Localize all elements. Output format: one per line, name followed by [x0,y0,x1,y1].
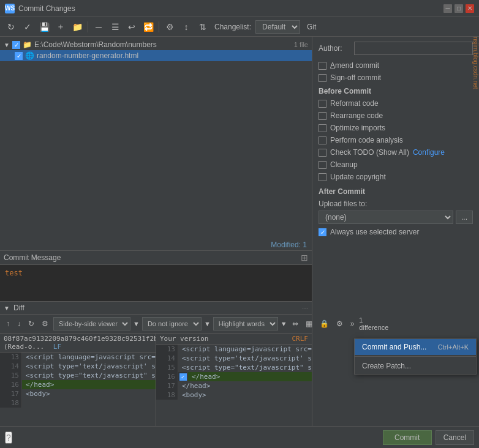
upload-label: Upload files to: [319,200,473,208]
maximize-button[interactable]: □ [454,4,463,13]
toolbar-btn-sort[interactable]: ↕ [179,20,194,34]
tree-root-label: E:\Code\Webstorm\Random\numbers [34,40,157,49]
toolbar-btn-undo[interactable]: ↩ [124,20,139,34]
toolbar-btn-filter[interactable]: ⇅ [195,20,210,34]
diff-left-encoding: LF [53,343,61,351]
minimize-button[interactable]: ─ [443,4,452,13]
close-button[interactable]: ✕ [466,4,474,13]
diff-right-line-14: 14 <script type='text/javascript' src=..… [156,354,312,363]
optimize-imports-checkbox[interactable] [319,124,326,132]
diff-settings-btn[interactable]: ⚙ [39,318,51,329]
signoff-commit-checkbox[interactable] [319,74,326,82]
context-menu-commit-push[interactable]: Commit and Push... Ctrl+Alt+K [355,339,476,355]
amend-commit-label[interactable]: Amend commit [330,61,379,70]
right-panel: Author: Amend commit Sign-off commit Bef… [312,37,479,448]
reformat-code-label[interactable]: Reformat code [330,99,379,108]
rearrange-code-checkbox[interactable] [319,112,326,120]
amend-commit-checkbox[interactable] [319,62,326,70]
tree-checkbox-file[interactable]: ✓ [15,52,23,60]
cancel-button[interactable]: Cancel [436,430,474,445]
reformat-code-row: Reformat code [319,99,473,108]
commit-message-input[interactable]: test [0,264,312,301]
diff-viewer-dropdown[interactable]: Side-by-side viewer [53,317,130,330]
rearrange-code-label[interactable]: Rearrange code [330,111,383,120]
commit-message-label: Commit Message [4,253,61,262]
check-todo-label[interactable]: Check TODO (Show All) [330,148,409,157]
tree-checkbox-root[interactable]: ✓ [12,41,20,49]
diff-highlight-dropdown[interactable]: Highlight words [213,317,278,330]
amend-commit-row: Amend commit [319,61,473,70]
context-menu-commit-push-shortcut: Ctrl+Alt+K [438,343,469,351]
tree-arrow-root: ▼ [4,42,10,48]
always-use-server-checkbox[interactable]: ✓ [319,228,326,236]
signoff-commit-label[interactable]: Sign-off commit [330,73,381,82]
diff-right-line-15: 15 <script type="text/javascript" src=..… [156,363,312,372]
toolbar-btn-redo[interactable]: 🔁 [141,20,156,34]
rearrange-code-row: Rearrange code [319,111,473,120]
context-menu-separator [355,356,476,357]
toolbar-btn-minus[interactable]: ─ [91,20,106,34]
toolbar: ↻ ✓ 💾 ＋ 📁 ─ ☰ ↩ 🔁 ⚙ ↕ ⇅ Changelist: Defa… [0,17,479,37]
check-todo-checkbox[interactable] [319,149,326,157]
folder-icon: 📁 [23,40,32,49]
side-watermark: nsjim.blog.csdn.net [472,37,479,89]
update-copyright-label[interactable]: Update copyright [330,173,386,181]
always-use-server-row: ✓ Always use selected server [319,228,473,236]
optimize-imports-row: Optimize imports [319,124,473,132]
bottom-bar: ? Commit Cancel [0,426,479,448]
diff-resize-handle[interactable]: ⋯ [302,305,308,312]
check-todo-row: Check TODO (Show All) Configure [319,148,473,157]
code-analysis-checkbox[interactable] [319,136,326,144]
diff-prev-btn[interactable]: ↑ [4,318,12,329]
context-menu-create-patch[interactable]: Create Patch... [355,358,476,374]
author-input[interactable] [354,42,473,55]
main-content: ▼ ✓ 📁 E:\Code\Webstorm\Random\numbers 1 … [0,37,479,448]
diff-ignore-dropdown[interactable]: Do not ignore [142,317,202,330]
reformat-code-checkbox[interactable] [319,100,326,108]
configure-link[interactable]: Configure [413,148,445,157]
modified-label: Modified: 1 [0,239,312,250]
cleanup-row: Cleanup [319,160,473,169]
diff-next-btn[interactable]: ↓ [15,318,23,329]
diff-toggle-btn[interactable]: ⇔ [290,318,301,329]
commit-message-expand-icon[interactable]: ⊞ [301,253,308,263]
diff-left-line-15: 15 <script type="text/javascript" src=..… [0,371,156,380]
cleanup-label[interactable]: Cleanup [330,160,358,169]
file-tree: ▼ ✓ 📁 E:\Code\Webstorm\Random\numbers 1 … [0,37,312,239]
always-use-server-label[interactable]: Always use selected server [330,228,419,236]
toolbar-sep-1 [88,21,88,32]
toolbar-btn-settings[interactable]: ⚙ [162,20,177,34]
diff-line-checkbox-16[interactable]: ✓ [178,372,188,381]
diff-right-line-13: 13 <script language=javascript src=... [156,345,312,354]
window-title: Commit Changes [18,4,440,13]
code-analysis-label[interactable]: Perform code analysis [330,136,403,144]
diff-header: ▼ Diff ⋯ [0,302,312,315]
upload-server-dropdown[interactable]: (none) [319,211,453,224]
update-copyright-checkbox[interactable] [319,173,326,181]
after-commit-title: After Commit [319,187,473,196]
toolbar-btn-add[interactable]: ＋ [53,20,68,34]
toolbar-btn-check[interactable]: ✓ [20,20,35,34]
diff-right-encoding: CRLF [292,335,309,343]
toolbar-btn-list[interactable]: ☰ [108,20,123,34]
tree-file-row[interactable]: ✓ 🌐 random-number-generator.html [0,50,312,61]
diff-collapse-arrow[interactable]: ▼ [4,305,10,312]
help-button[interactable]: ? [5,431,12,444]
toolbar-btn-save[interactable]: 💾 [37,20,51,34]
toolbar-btn-folder[interactable]: 📁 [70,20,85,34]
signoff-commit-row: Sign-off commit [319,73,473,82]
changelist-dropdown[interactable]: Default [255,20,300,34]
diff-left-line-14: 14 <script type='text/javascript' src=..… [0,362,156,371]
cleanup-checkbox[interactable] [319,161,326,169]
diff-refresh-btn[interactable]: ↻ [26,318,37,329]
upload-settings-btn[interactable]: ... [456,211,473,224]
toolbar-sep-2 [159,21,159,32]
optimize-imports-label[interactable]: Optimize imports [330,124,385,132]
tree-root-row[interactable]: ▼ ✓ 📁 E:\Code\Webstorm\Random\numbers 1 … [0,39,312,50]
html-file-icon: 🌐 [25,51,34,60]
toolbar-btn-refresh[interactable]: ↻ [4,20,18,34]
diff-right-header: Your version CRLF [156,334,312,345]
window-controls: ─ □ ✕ [443,4,474,13]
commit-button[interactable]: Commit [383,430,432,445]
diff-right-line-18: 18 <body> [156,390,312,400]
